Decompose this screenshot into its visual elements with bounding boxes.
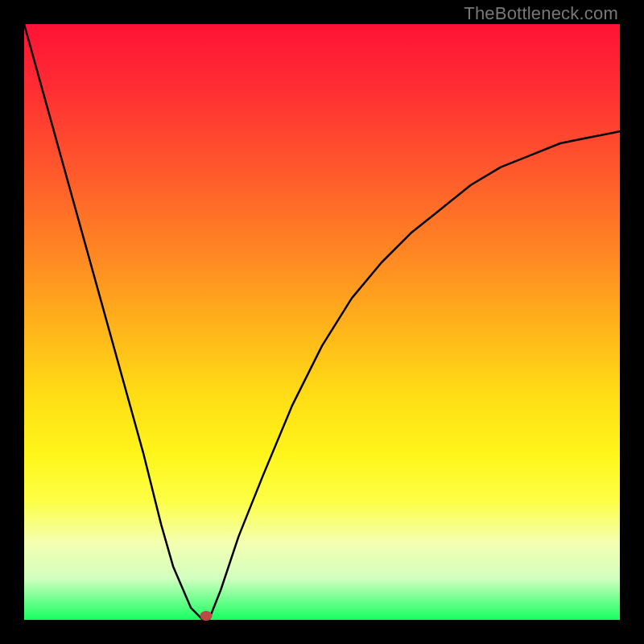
chart-frame: TheBottleneck.com	[0, 0, 644, 644]
watermark-text: TheBottleneck.com	[464, 3, 618, 24]
plot-area	[24, 24, 620, 620]
curve-svg	[24, 24, 620, 620]
bottleneck-curve	[24, 24, 620, 620]
marker-dot	[200, 611, 213, 621]
